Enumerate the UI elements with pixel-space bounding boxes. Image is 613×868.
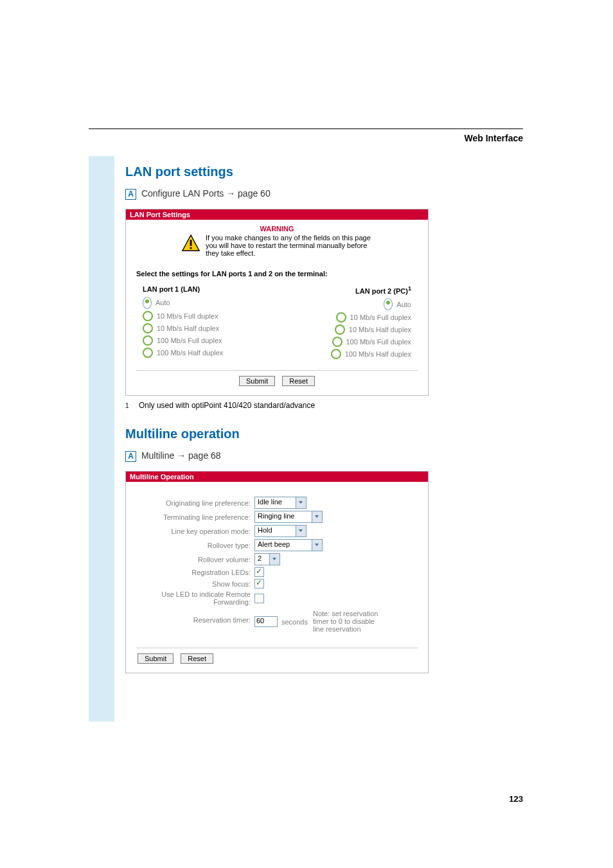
- crossref-text: Configure LAN Ports: [141, 188, 226, 199]
- multi-reset-button[interactable]: Reset: [181, 653, 213, 664]
- select-value: 2: [255, 554, 269, 565]
- svg-rect-1: [190, 240, 192, 245]
- select-value: Idle line: [255, 497, 296, 508]
- multiline-panel: Multiline Operation Originating line pre…: [125, 471, 429, 673]
- footnote-number: 1: [125, 402, 129, 409]
- footnote-text: Only used with optiPoint 410/420 standar…: [139, 401, 315, 410]
- label-terminating: Terminating line preference:: [135, 513, 254, 521]
- checkbox-registration-leds[interactable]: [254, 567, 264, 577]
- reservation-note: Note: set reservation timer to 0 to disa…: [313, 610, 384, 633]
- label-registration-leds: Registration LEDs:: [135, 569, 254, 576]
- lan-col2-head-sup: 1: [408, 285, 411, 292]
- radio-icon: [336, 312, 346, 323]
- label-rollover-type: Rollover type:: [135, 542, 254, 549]
- lan-col2-head-text: LAN port 2 (PC): [355, 287, 408, 294]
- seconds-label: seconds: [281, 618, 308, 626]
- lan1-100full[interactable]: 100 Mb/s Full duplex: [143, 335, 272, 346]
- warning-block: WARNING If you make changes to any of th…: [126, 220, 428, 260]
- radio-icon: [384, 298, 393, 310]
- lan1-auto[interactable]: Auto: [143, 297, 272, 309]
- svg-rect-2: [190, 247, 192, 249]
- panel-divider: [136, 648, 418, 648]
- crossref-lan: A Configure LAN Ports → page 60: [125, 188, 485, 200]
- radio-icon: [143, 323, 153, 333]
- warning-title: WARNING: [131, 225, 423, 233]
- crossref-text: Multiline: [141, 450, 177, 461]
- radio-icon: [332, 337, 342, 347]
- crossref-page: page 68: [188, 450, 221, 461]
- select-value: Alert beep: [255, 540, 312, 551]
- select-value: Hold: [255, 526, 296, 536]
- lan2-100full[interactable]: 100 Mb/s Full duplex: [282, 337, 411, 347]
- lan1-10full[interactable]: 10 Mb/s Full duplex: [143, 311, 272, 321]
- radio-icon: [143, 348, 153, 358]
- lan2-100half[interactable]: 100 Mb/s Half duplex: [282, 349, 411, 359]
- select-rollover-volume[interactable]: 2: [254, 553, 280, 565]
- section-title-multiline: Multiline operation: [125, 427, 485, 441]
- select-terminating[interactable]: Ringing line: [254, 511, 323, 523]
- crossref-box-a: A: [125, 451, 136, 462]
- chevron-down-icon: [312, 511, 322, 522]
- label-led-forwarding: Use LED to indicate Remote Forwarding:: [135, 590, 254, 606]
- input-reservation-timer[interactable]: 60: [254, 616, 278, 627]
- label-rollover-volume: Rollover volume:: [135, 556, 254, 563]
- lan-col1-head: LAN port 1 (LAN): [143, 285, 272, 293]
- crossref-page: page 60: [238, 188, 271, 199]
- label-reservation-timer: Reservation timer:: [135, 610, 254, 624]
- section-title-lan: LAN port settings: [125, 164, 485, 179]
- header-category: Web Interface: [464, 133, 523, 143]
- lan2-10full[interactable]: 10 Mb/s Full duplex: [282, 312, 411, 323]
- arrow-icon: →: [177, 450, 186, 461]
- chevron-down-icon: [296, 497, 306, 508]
- panel-divider: [136, 370, 418, 371]
- radio-icon: [143, 297, 152, 309]
- header-rule: [89, 128, 523, 129]
- select-originating[interactable]: Idle line: [254, 497, 306, 509]
- multiline-panel-header: Multiline Operation: [126, 472, 428, 482]
- lan-submit-button[interactable]: Submit: [239, 376, 275, 386]
- lan2-auto[interactable]: Auto: [282, 298, 411, 310]
- radio-icon: [143, 311, 153, 321]
- lan-col2-head: LAN port 2 (PC)1: [282, 285, 411, 295]
- lan-reset-button[interactable]: Reset: [282, 376, 315, 386]
- lan2-10half[interactable]: 10 Mb/s Half duplex: [282, 324, 411, 335]
- radio-icon: [335, 324, 345, 335]
- arrow-icon: →: [226, 188, 235, 199]
- select-linekey[interactable]: Hold: [254, 525, 306, 537]
- label-show-focus: Show focus:: [135, 580, 254, 588]
- select-value: Ringing line: [255, 511, 312, 522]
- margin-bar: [89, 156, 114, 722]
- warning-icon: [181, 234, 200, 253]
- chevron-down-icon: [312, 540, 322, 551]
- lan1-10half[interactable]: 10 Mb/s Half duplex: [143, 323, 272, 333]
- crossref-multiline: A Multiline → page 68: [125, 450, 485, 462]
- chevron-down-icon: [269, 554, 280, 565]
- radio-icon: [143, 335, 153, 346]
- checkbox-led-forwarding[interactable]: [254, 594, 264, 603]
- crossref-box-a: A: [125, 189, 136, 200]
- checkbox-show-focus[interactable]: [254, 579, 264, 589]
- lan1-100half[interactable]: 100 Mb/s Half duplex: [143, 348, 272, 358]
- multi-submit-button[interactable]: Submit: [138, 653, 173, 664]
- lan-footnote: 1 Only used with optiPoint 410/420 stand…: [125, 401, 485, 410]
- select-rollover-type[interactable]: Alert beep: [254, 539, 323, 551]
- lan-select-label: Select the settings for LAN ports 1 and …: [136, 270, 418, 278]
- warning-text: If you make changes to any of the fields…: [206, 234, 373, 257]
- label-originating: Originating line preference:: [135, 499, 254, 507]
- chevron-down-icon: [296, 526, 306, 536]
- label-linekey: Line key operation mode:: [135, 527, 254, 535]
- lan-panel: LAN Port Settings WARNING If you make ch…: [125, 209, 429, 396]
- page-number: 123: [509, 794, 523, 804]
- radio-icon: [331, 349, 341, 359]
- lan-panel-header: LAN Port Settings: [126, 209, 428, 220]
